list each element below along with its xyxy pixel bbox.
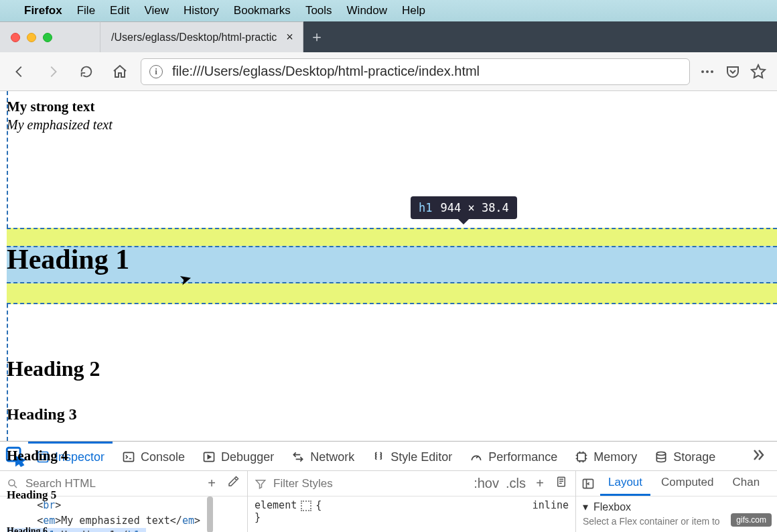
menu-edit[interactable]: Edit <box>110 4 129 17</box>
inspector-dimension-tooltip: h1 944 × 38.4 <box>411 196 517 219</box>
strong-text: My strong text <box>7 98 770 116</box>
back-button[interactable] <box>7 59 32 84</box>
heading-1: Heading 1 <box>7 241 777 278</box>
reload-button[interactable] <box>74 59 99 84</box>
guide-line <box>7 282 777 283</box>
minimize-window-icon[interactable] <box>27 33 36 42</box>
url-bar[interactable]: i <box>141 58 690 85</box>
close-tab-icon[interactable]: × <box>286 30 293 44</box>
menu-tools[interactable]: Tools <box>305 4 332 17</box>
svg-point-1 <box>706 70 709 73</box>
page-viewport: My strong text My emphasized text h1 944… <box>0 91 777 441</box>
menu-window[interactable]: Window <box>347 4 387 17</box>
url-input[interactable] <box>172 64 681 79</box>
forward-button[interactable] <box>40 59 66 84</box>
menu-view[interactable]: View <box>144 4 169 17</box>
home-button[interactable] <box>107 59 133 84</box>
menu-help[interactable]: Help <box>402 4 425 17</box>
heading-4: Heading 4 <box>7 448 777 464</box>
site-info-icon[interactable]: i <box>149 65 163 78</box>
tab-title: /Users/eglass/Desktop/html-practic <box>111 31 277 44</box>
watermark: gifs.com <box>731 513 772 527</box>
tooltip-dimensions: 944 × 38.4 <box>440 201 508 214</box>
svg-point-2 <box>711 70 713 73</box>
heading-3: Heading 3 <box>7 405 777 423</box>
page-content: My strong text My emphasized text <box>0 91 777 134</box>
headings-list: Heading 2 Heading 3 Heading 4 Heading 5 … <box>0 356 777 532</box>
macos-menubar: Firefox File Edit View History Bookmarks… <box>0 0 777 21</box>
guide-line <box>7 303 777 304</box>
browser-tab[interactable]: /Users/eglass/Desktop/html-practic × <box>100 21 303 52</box>
page-actions-icon[interactable] <box>698 62 717 81</box>
tooltip-tag: h1 <box>419 201 432 214</box>
heading-6: Heading 6 <box>7 526 777 532</box>
margin-overlay-bottom <box>7 283 777 304</box>
new-tab-button[interactable]: ＋ <box>303 21 330 52</box>
emphasized-text: My emphasized text <box>7 116 770 134</box>
toolbar-right <box>698 62 770 81</box>
bookmark-star-icon[interactable] <box>749 62 768 81</box>
menu-file[interactable]: File <box>77 4 95 17</box>
pocket-icon[interactable] <box>723 62 742 81</box>
heading-5: Heading 5 <box>7 488 777 502</box>
browser-toolbar: i <box>0 52 777 91</box>
heading-2: Heading 2 <box>7 356 777 381</box>
window-controls <box>0 21 100 52</box>
app-name[interactable]: Firefox <box>24 4 62 17</box>
menu-bookmarks[interactable]: Bookmarks <box>234 4 291 17</box>
svg-point-0 <box>701 70 704 73</box>
close-window-icon[interactable] <box>11 33 20 42</box>
tab-bar: /Users/eglass/Desktop/html-practic × ＋ <box>0 21 777 52</box>
zoom-window-icon[interactable] <box>43 33 52 42</box>
guide-line <box>7 228 777 229</box>
menu-history[interactable]: History <box>184 4 219 17</box>
